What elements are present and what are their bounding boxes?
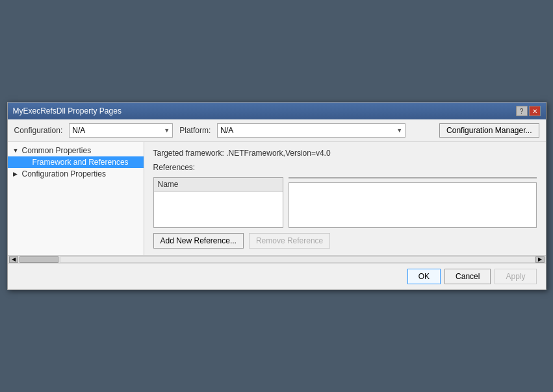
scroll-thumb[interactable] (19, 256, 58, 263)
tree-label-config: Configuration Properties (22, 169, 106, 178)
add-new-reference-button[interactable]: Add New Reference... (153, 233, 244, 249)
name-column-header: Name (154, 178, 283, 191)
ok-button[interactable]: OK (407, 269, 441, 284)
close-button[interactable]: ✕ (529, 106, 541, 116)
tree-label-common: Common Properties (22, 146, 92, 155)
title-bar-controls: ? ✕ (516, 106, 541, 116)
apply-button[interactable]: Apply (495, 269, 536, 284)
scroll-track (60, 256, 535, 263)
remove-reference-button[interactable]: Remove Reference (249, 233, 330, 249)
right-panel: Targeted framework: .NETFramework,Versio… (144, 142, 546, 255)
references-label: References: (153, 163, 537, 172)
horizontal-scrollbar[interactable]: ◀ ▶ (8, 255, 546, 263)
platform-combo-arrow: ▼ (396, 127, 402, 134)
dialog-footer: OK Cancel Apply (8, 263, 546, 289)
tree-arrow-config: ▶ (13, 171, 19, 177)
help-button[interactable]: ? (516, 106, 528, 116)
tree-item-common-properties[interactable]: ▼ Common Properties (8, 145, 144, 156)
title-bar: MyExecRefsDll Property Pages ? ✕ (8, 103, 546, 119)
reference-details-bottom (289, 182, 537, 228)
config-label: Configuration: (14, 126, 63, 135)
platform-value: N/A (220, 126, 233, 135)
config-combo-arrow: ▼ (164, 127, 170, 134)
config-value: N/A (72, 126, 85, 135)
targeted-framework-value: .NETFramework,Version=v4.0 (226, 149, 330, 158)
platform-label: Platform: (179, 126, 211, 135)
left-panel: ▼ Common Properties Framework and Refere… (8, 142, 144, 255)
targeted-framework-label: Targeted framework: (153, 149, 224, 158)
cancel-button[interactable]: Cancel (444, 269, 491, 284)
tree-item-framework-references[interactable]: Framework and References (8, 156, 144, 168)
reference-details-top (289, 177, 537, 178)
references-list-body[interactable] (154, 191, 283, 227)
scroll-right-button[interactable]: ▶ (535, 256, 545, 263)
tree-label-framework: Framework and References (32, 158, 129, 167)
main-content: ▼ Common Properties Framework and Refere… (8, 142, 546, 255)
details-area (289, 177, 537, 228)
action-buttons-row: Add New Reference... Remove Reference (153, 233, 537, 249)
references-list: Name (153, 177, 283, 228)
property-pages-dialog: MyExecRefsDll Property Pages ? ✕ Configu… (7, 102, 547, 290)
scroll-left-button[interactable]: ◀ (9, 256, 18, 263)
tree-item-config-properties[interactable]: ▶ Configuration Properties (8, 168, 144, 180)
tree-arrow-common: ▼ (13, 147, 19, 154)
references-area: Name (153, 177, 537, 228)
dialog-title: MyExecRefsDll Property Pages (13, 106, 122, 116)
targeted-framework-row: Targeted framework: .NETFramework,Versio… (153, 149, 537, 158)
config-manager-button[interactable]: Configuration Manager... (439, 123, 539, 138)
config-combo[interactable]: N/A ▼ (69, 123, 173, 138)
toolbar-row: Configuration: N/A ▼ Platform: N/A ▼ Con… (8, 119, 546, 142)
platform-combo[interactable]: N/A ▼ (217, 123, 405, 138)
